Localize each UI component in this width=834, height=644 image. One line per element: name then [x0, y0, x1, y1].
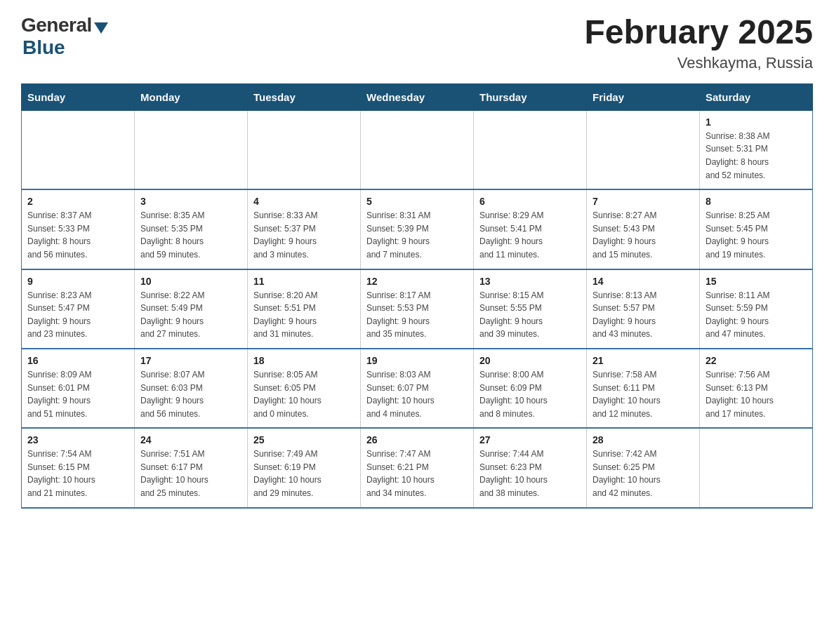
day-info: Sunrise: 8:33 AMSunset: 5:37 PMDaylight:…	[253, 209, 355, 261]
header-saturday: Saturday	[700, 83, 813, 110]
day-info: Sunrise: 8:07 AMSunset: 6:03 PMDaylight:…	[140, 368, 241, 420]
calendar-day-cell: 19Sunrise: 8:03 AMSunset: 6:07 PMDayligh…	[361, 349, 474, 428]
day-info: Sunrise: 8:05 AMSunset: 6:05 PMDaylight:…	[253, 368, 355, 420]
day-number: 11	[253, 276, 355, 287]
calendar-day-cell: 7Sunrise: 8:27 AMSunset: 5:43 PMDaylight…	[587, 189, 700, 269]
day-info: Sunrise: 8:27 AMSunset: 5:43 PMDaylight:…	[593, 209, 694, 261]
day-info: Sunrise: 8:25 AMSunset: 5:45 PMDaylight:…	[706, 209, 807, 261]
day-info: Sunrise: 8:13 AMSunset: 5:57 PMDaylight:…	[593, 289, 694, 341]
day-number: 19	[366, 355, 468, 366]
day-number: 20	[479, 355, 581, 366]
calendar-day-cell	[474, 110, 587, 189]
calendar-day-cell	[22, 110, 135, 189]
header-wednesday: Wednesday	[361, 83, 474, 110]
calendar-day-cell: 24Sunrise: 7:51 AMSunset: 6:17 PMDayligh…	[135, 428, 248, 507]
day-info: Sunrise: 8:31 AMSunset: 5:39 PMDaylight:…	[366, 209, 468, 261]
title-block: February 2025 Veshkayma, Russia	[584, 14, 813, 72]
calendar-day-cell: 16Sunrise: 8:09 AMSunset: 6:01 PMDayligh…	[22, 349, 135, 428]
day-info: Sunrise: 7:49 AMSunset: 6:19 PMDaylight:…	[253, 448, 355, 499]
day-info: Sunrise: 8:03 AMSunset: 6:07 PMDaylight:…	[366, 368, 468, 420]
day-number: 23	[27, 434, 128, 445]
day-info: Sunrise: 8:35 AMSunset: 5:35 PMDaylight:…	[140, 209, 241, 261]
header-thursday: Thursday	[474, 83, 587, 110]
calendar-day-cell: 20Sunrise: 8:00 AMSunset: 6:09 PMDayligh…	[474, 349, 587, 428]
calendar-week-row: 2Sunrise: 8:37 AMSunset: 5:33 PMDaylight…	[22, 189, 813, 269]
day-number: 21	[593, 355, 694, 366]
page-header: General Blue February 2025 Veshkayma, Ru…	[21, 14, 813, 72]
calendar-day-cell: 25Sunrise: 7:49 AMSunset: 6:19 PMDayligh…	[248, 428, 361, 507]
calendar-week-row: 16Sunrise: 8:09 AMSunset: 6:01 PMDayligh…	[22, 349, 813, 428]
day-number: 26	[366, 434, 468, 445]
day-number: 16	[27, 355, 128, 366]
day-number: 12	[366, 276, 468, 287]
weekday-header-row: Sunday Monday Tuesday Wednesday Thursday…	[22, 83, 813, 110]
header-tuesday: Tuesday	[248, 83, 361, 110]
day-number: 8	[706, 196, 807, 207]
day-info: Sunrise: 7:42 AMSunset: 6:25 PMDaylight:…	[593, 448, 694, 499]
calendar-day-cell: 8Sunrise: 8:25 AMSunset: 5:45 PMDaylight…	[700, 189, 813, 269]
calendar-day-cell: 17Sunrise: 8:07 AMSunset: 6:03 PMDayligh…	[135, 349, 248, 428]
calendar-day-cell	[361, 110, 474, 189]
day-number: 18	[253, 355, 355, 366]
calendar-day-cell: 5Sunrise: 8:31 AMSunset: 5:39 PMDaylight…	[361, 189, 474, 269]
day-number: 6	[479, 196, 581, 207]
calendar-day-cell: 1Sunrise: 8:38 AMSunset: 5:31 PMDaylight…	[700, 110, 813, 189]
day-info: Sunrise: 7:51 AMSunset: 6:17 PMDaylight:…	[140, 448, 241, 499]
calendar-week-row: 1Sunrise: 8:38 AMSunset: 5:31 PMDaylight…	[22, 110, 813, 189]
day-number: 10	[140, 276, 241, 287]
day-number: 15	[706, 276, 807, 287]
day-number: 14	[593, 276, 694, 287]
calendar-day-cell: 18Sunrise: 8:05 AMSunset: 6:05 PMDayligh…	[248, 349, 361, 428]
logo: General Blue	[21, 14, 108, 59]
day-info: Sunrise: 8:22 AMSunset: 5:49 PMDaylight:…	[140, 289, 241, 341]
calendar-day-cell: 6Sunrise: 8:29 AMSunset: 5:41 PMDaylight…	[474, 189, 587, 269]
calendar-title: February 2025	[584, 14, 813, 51]
day-info: Sunrise: 8:23 AMSunset: 5:47 PMDaylight:…	[27, 289, 128, 341]
day-info: Sunrise: 8:38 AMSunset: 5:31 PMDaylight:…	[706, 130, 807, 182]
calendar-day-cell	[248, 110, 361, 189]
calendar-day-cell: 26Sunrise: 7:47 AMSunset: 6:21 PMDayligh…	[361, 428, 474, 507]
calendar-day-cell: 22Sunrise: 7:56 AMSunset: 6:13 PMDayligh…	[700, 349, 813, 428]
day-info: Sunrise: 7:58 AMSunset: 6:11 PMDaylight:…	[593, 368, 694, 420]
header-monday: Monday	[135, 83, 248, 110]
day-number: 25	[253, 434, 355, 445]
calendar-day-cell: 10Sunrise: 8:22 AMSunset: 5:49 PMDayligh…	[135, 269, 248, 349]
day-info: Sunrise: 8:37 AMSunset: 5:33 PMDaylight:…	[27, 209, 128, 261]
calendar-day-cell: 4Sunrise: 8:33 AMSunset: 5:37 PMDaylight…	[248, 189, 361, 269]
calendar-day-cell: 2Sunrise: 8:37 AMSunset: 5:33 PMDaylight…	[22, 189, 135, 269]
calendar-day-cell: 23Sunrise: 7:54 AMSunset: 6:15 PMDayligh…	[22, 428, 135, 507]
day-number: 27	[479, 434, 581, 445]
day-number: 5	[366, 196, 468, 207]
header-sunday: Sunday	[22, 83, 135, 110]
calendar-day-cell: 21Sunrise: 7:58 AMSunset: 6:11 PMDayligh…	[587, 349, 700, 428]
calendar-table: Sunday Monday Tuesday Wednesday Thursday…	[21, 83, 813, 509]
calendar-day-cell	[135, 110, 248, 189]
calendar-day-cell	[700, 428, 813, 507]
day-number: 13	[479, 276, 581, 287]
day-info: Sunrise: 8:29 AMSunset: 5:41 PMDaylight:…	[479, 209, 581, 261]
day-info: Sunrise: 8:20 AMSunset: 5:51 PMDaylight:…	[253, 289, 355, 341]
day-info: Sunrise: 7:54 AMSunset: 6:15 PMDaylight:…	[27, 448, 128, 499]
day-number: 17	[140, 355, 241, 366]
day-info: Sunrise: 8:17 AMSunset: 5:53 PMDaylight:…	[366, 289, 468, 341]
day-info: Sunrise: 7:44 AMSunset: 6:23 PMDaylight:…	[479, 448, 581, 499]
calendar-day-cell: 12Sunrise: 8:17 AMSunset: 5:53 PMDayligh…	[361, 269, 474, 349]
day-number: 28	[593, 434, 694, 445]
day-number: 3	[140, 196, 241, 207]
header-friday: Friday	[587, 83, 700, 110]
calendar-week-row: 9Sunrise: 8:23 AMSunset: 5:47 PMDaylight…	[22, 269, 813, 349]
calendar-week-row: 23Sunrise: 7:54 AMSunset: 6:15 PMDayligh…	[22, 428, 813, 507]
calendar-day-cell: 3Sunrise: 8:35 AMSunset: 5:35 PMDaylight…	[135, 189, 248, 269]
day-number: 2	[27, 196, 128, 207]
day-number: 24	[140, 434, 241, 445]
calendar-day-cell: 27Sunrise: 7:44 AMSunset: 6:23 PMDayligh…	[474, 428, 587, 507]
calendar-day-cell	[587, 110, 700, 189]
logo-blue-text: Blue	[22, 36, 65, 58]
calendar-day-cell: 28Sunrise: 7:42 AMSunset: 6:25 PMDayligh…	[587, 428, 700, 507]
day-number: 4	[253, 196, 355, 207]
day-info: Sunrise: 7:47 AMSunset: 6:21 PMDaylight:…	[366, 448, 468, 499]
day-info: Sunrise: 8:15 AMSunset: 5:55 PMDaylight:…	[479, 289, 581, 341]
logo-triangle-icon	[94, 22, 108, 34]
day-number: 22	[706, 355, 807, 366]
logo-general-text: General	[21, 14, 92, 36]
